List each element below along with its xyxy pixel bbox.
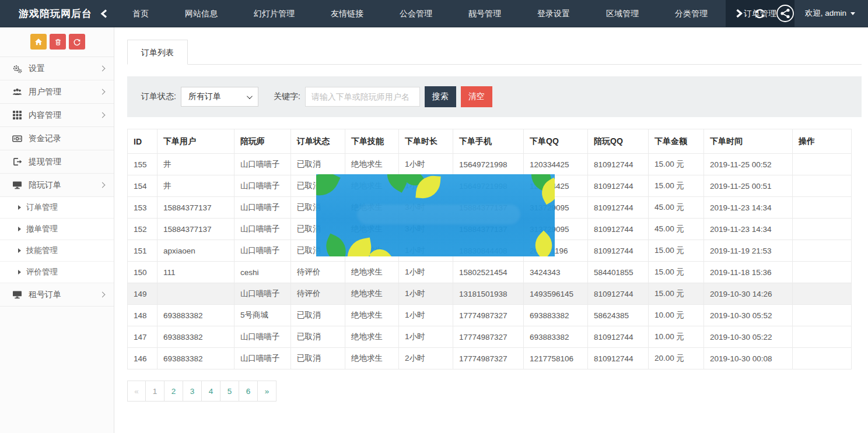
table-cell: 148 bbox=[128, 305, 158, 326]
sidebar-item-label: 陪玩订单 bbox=[29, 180, 61, 191]
table-cell: 146 bbox=[128, 348, 158, 369]
table-cell: 2019-11-23 14:34 bbox=[704, 197, 793, 219]
chevron-right-icon bbox=[100, 66, 106, 72]
table-cell: 已取消 bbox=[291, 348, 345, 369]
table-cell: 693883382 bbox=[158, 348, 235, 369]
table-cell: 154 bbox=[128, 175, 158, 197]
recycle-quick-button[interactable] bbox=[69, 34, 85, 50]
leaf-shape bbox=[529, 231, 555, 256]
nav-item-guild[interactable]: 公会管理 bbox=[382, 0, 450, 27]
trash-quick-button[interactable] bbox=[50, 34, 66, 50]
table-cell: 20.00 元 bbox=[649, 348, 704, 369]
table-cell: 5号商城 bbox=[235, 305, 291, 326]
desktop-icon bbox=[12, 181, 22, 189]
nav-item-nice-number[interactable]: 靓号管理 bbox=[450, 0, 519, 27]
table-cell bbox=[793, 219, 852, 240]
nav-item-category[interactable]: 分类管理 bbox=[657, 0, 726, 27]
table-cell: 1小时 bbox=[399, 154, 453, 175]
table-cell: 17774987327 bbox=[453, 348, 524, 369]
table-cell: 1小时 bbox=[399, 283, 453, 305]
nav-item-login-settings[interactable]: 登录设置 bbox=[519, 0, 588, 27]
leaf-shape bbox=[369, 244, 391, 256]
table-cell: 1小时 bbox=[399, 305, 453, 326]
sidebar-item-funds-record[interactable]: 资金记录 bbox=[0, 127, 114, 150]
orders-table-wrap: ID下单用户陪玩师订单状态下单技能下单时长下单手机下单QQ陪玩QQ下单金额下单时… bbox=[127, 129, 862, 369]
table-cell: 1493596145 bbox=[524, 283, 588, 305]
table-cell: 810912744 bbox=[588, 240, 649, 262]
column-header: 下单时长 bbox=[399, 129, 453, 154]
triangle-right-icon bbox=[18, 227, 21, 231]
page-button-2[interactable]: 2 bbox=[164, 381, 183, 402]
money-icon bbox=[12, 135, 22, 143]
page-button-3[interactable]: 3 bbox=[183, 381, 202, 402]
sidebar-subitem-cancel-management[interactable]: 撤单管理 bbox=[0, 219, 114, 240]
page-button-4[interactable]: 4 bbox=[202, 381, 220, 402]
nav-item-region[interactable]: 区域管理 bbox=[588, 0, 657, 27]
table-cell: 810912744 bbox=[588, 283, 649, 305]
nav-item-home[interactable]: 首页 bbox=[114, 0, 167, 27]
table-cell: 1小时 bbox=[399, 326, 453, 348]
table-cell: 111 bbox=[158, 262, 235, 283]
sidebar-item-rent-orders[interactable]: 租号订单 bbox=[0, 283, 114, 307]
sidebar-item-user-management[interactable]: 用户管理 bbox=[0, 80, 114, 104]
table-cell: 693883382 bbox=[524, 326, 588, 348]
page-button-1: 1 bbox=[146, 381, 164, 402]
main-content: 订单列表 订单状态: 所有订单 关键字: 搜索 清空 ID下单用户陪玩师订单状态… bbox=[115, 27, 868, 433]
nav-item-slides[interactable]: 幻灯片管理 bbox=[236, 0, 313, 27]
table-row: 155井山口喵喵子已取消绝地求生1小时156497219981203344258… bbox=[128, 154, 852, 175]
order-status-value: 所有订单 bbox=[188, 91, 221, 102]
nav-item-site-info[interactable]: 网站信息 bbox=[167, 0, 236, 27]
sidebar-item-companion-orders[interactable]: 陪玩订单 bbox=[0, 174, 114, 197]
search-button[interactable]: 搜索 bbox=[425, 86, 456, 107]
table-cell: 井 bbox=[158, 175, 235, 197]
order-status-select[interactable]: 所有订单 bbox=[181, 87, 258, 107]
table-cell: 已取消 bbox=[291, 154, 345, 175]
table-row: 149山口喵喵子待评价绝地求生1小时1318150193814935961458… bbox=[128, 283, 852, 305]
user-menu[interactable]: 欢迎, admin bbox=[805, 8, 855, 19]
table-cell: 已取消 bbox=[291, 305, 345, 326]
sidebar-subitem-skill-management[interactable]: 技能管理 bbox=[0, 240, 114, 262]
table-cell: 2019-10-30 14:26 bbox=[704, 283, 793, 305]
page-button-next[interactable]: » bbox=[258, 381, 276, 402]
sidebar-collapse-icon[interactable] bbox=[100, 9, 108, 18]
table-cell: 井 bbox=[158, 154, 235, 175]
table-row: 150111ceshi待评价绝地求生1小时1580252145434243435… bbox=[128, 262, 852, 283]
sidebar-subitem-label: 评价管理 bbox=[26, 267, 58, 277]
home-quick-button[interactable] bbox=[30, 34, 47, 50]
tab-order-list[interactable]: 订单列表 bbox=[127, 40, 188, 65]
keyword-label: 关键字: bbox=[274, 91, 300, 102]
table-cell: 山口喵喵子 bbox=[235, 326, 291, 348]
sidebar-subitem-review-management[interactable]: 评价管理 bbox=[0, 262, 114, 283]
table-cell: 15802521454 bbox=[453, 262, 524, 283]
table-cell: 山口喵喵子 bbox=[235, 283, 291, 305]
page-button-6[interactable]: 6 bbox=[239, 381, 258, 402]
table-cell: 待评价 bbox=[291, 283, 345, 305]
clear-button[interactable]: 清空 bbox=[461, 86, 492, 107]
sidebar-item-settings[interactable]: 设置 bbox=[0, 57, 114, 80]
keyword-input[interactable] bbox=[305, 87, 420, 107]
sidebar-item-withdraw-management[interactable]: 提现管理 bbox=[0, 150, 114, 174]
table-cell: 10.00 元 bbox=[649, 326, 704, 348]
table-cell: 152 bbox=[128, 219, 158, 240]
table-cell bbox=[793, 305, 852, 326]
table-cell: 15884377137 bbox=[158, 219, 235, 240]
triangle-right-icon bbox=[18, 270, 21, 274]
refresh-icon[interactable] bbox=[754, 8, 765, 19]
user-avatar-icon[interactable] bbox=[776, 4, 794, 23]
page-button-5[interactable]: 5 bbox=[220, 381, 239, 402]
table-cell: 山口喵喵子 bbox=[235, 348, 291, 369]
table-cell: 2019-10-30 00:08 bbox=[704, 348, 793, 369]
top-header: 游戏陪玩网后台 首页网站信息幻灯片管理友情链接公会管理靓号管理登录设置区域管理分… bbox=[0, 0, 868, 27]
welcome-text: 欢迎, admin bbox=[805, 8, 846, 19]
triangle-right-icon bbox=[18, 205, 21, 210]
sidebar-quick-buttons bbox=[0, 27, 114, 57]
nav-scroll-right-icon[interactable] bbox=[727, 0, 751, 27]
filter-bar: 订单状态: 所有订单 关键字: 搜索 清空 bbox=[127, 76, 862, 117]
sidebar-item-label: 设置 bbox=[29, 64, 45, 74]
column-header: 下单金额 bbox=[649, 129, 704, 154]
sidebar-item-content-management[interactable]: 内容管理 bbox=[0, 104, 114, 127]
column-header: 下单QQ bbox=[524, 129, 588, 154]
nav-item-friend-links[interactable]: 友情链接 bbox=[313, 0, 382, 27]
table-cell: 150 bbox=[128, 262, 158, 283]
sidebar-subitem-order-management[interactable]: 订单管理 bbox=[0, 197, 114, 219]
